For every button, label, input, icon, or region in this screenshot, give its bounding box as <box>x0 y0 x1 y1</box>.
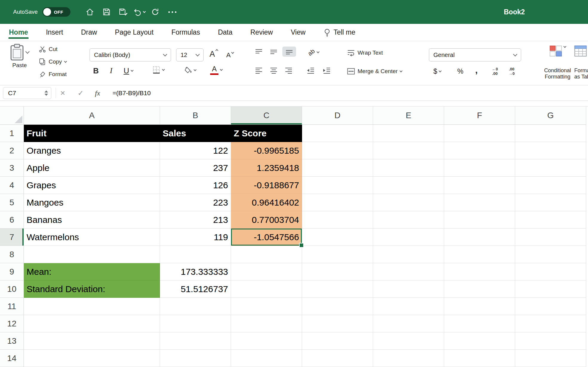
cell-D13[interactable] <box>302 332 373 350</box>
percent-button[interactable]: % <box>457 67 463 75</box>
cell-F4[interactable] <box>444 177 515 194</box>
underline-button[interactable]: U <box>124 66 133 75</box>
cell-D8[interactable] <box>302 246 373 263</box>
save-as-icon[interactable] <box>116 5 130 19</box>
cell-G4[interactable] <box>515 177 586 194</box>
tab-data[interactable]: Data <box>218 24 233 41</box>
decrease-decimal-button[interactable]: .00 →0 <box>509 67 515 76</box>
cell-F11[interactable] <box>444 298 515 315</box>
cell-C7[interactable]: -1.0547566 <box>231 229 302 246</box>
cell-E2[interactable] <box>373 142 444 159</box>
decrease-indent-button[interactable] <box>306 67 315 75</box>
cell-B5[interactable]: 223 <box>160 194 231 211</box>
italic-button[interactable]: I <box>110 66 113 75</box>
cell-F9[interactable] <box>444 263 515 280</box>
cell-F13[interactable] <box>444 332 515 350</box>
cell-G11[interactable] <box>515 298 586 315</box>
borders-button[interactable] <box>152 66 164 74</box>
cell-E3[interactable] <box>373 159 444 177</box>
cell-A10[interactable]: Standard Deviation: <box>24 280 160 298</box>
cell-G6[interactable] <box>515 211 586 229</box>
cell-F3[interactable] <box>444 159 515 177</box>
cell-A5[interactable]: Mangoes <box>24 194 160 211</box>
cell-B12[interactable] <box>160 315 231 332</box>
font-color-button[interactable]: A <box>210 65 222 75</box>
copy-button[interactable]: Copy <box>39 57 67 66</box>
tab-formulas[interactable]: Formulas <box>171 24 200 41</box>
cell-D3[interactable] <box>302 159 373 177</box>
cell-C11[interactable] <box>231 298 302 315</box>
row-header-4[interactable]: 4 <box>0 177 24 194</box>
cell-G12[interactable] <box>515 315 586 332</box>
row-header-10[interactable]: 10 <box>0 280 24 298</box>
decrease-font-size-button[interactable]: A <box>226 51 234 59</box>
align-left-button[interactable] <box>254 67 263 75</box>
name-box-stepper[interactable] <box>44 90 48 96</box>
cell-B10[interactable]: 51.5126737 <box>160 280 231 298</box>
cell-G10[interactable] <box>515 280 586 298</box>
cell-B2[interactable]: 122 <box>160 142 231 159</box>
cell-F10[interactable] <box>444 280 515 298</box>
cell-D1[interactable] <box>302 125 373 142</box>
cell-C9[interactable] <box>231 263 302 280</box>
tab-view[interactable]: View <box>291 24 305 41</box>
cell-F6[interactable] <box>444 211 515 229</box>
cell-B1[interactable]: Sales <box>160 125 231 142</box>
cell-D2[interactable] <box>302 142 373 159</box>
cell-G3[interactable] <box>515 159 586 177</box>
cell-C12[interactable] <box>231 315 302 332</box>
cell-B4[interactable]: 126 <box>160 177 231 194</box>
merge-center-button[interactable]: Merge & Center <box>347 67 402 75</box>
redo-icon[interactable] <box>148 5 162 19</box>
cell-D7[interactable] <box>302 229 373 246</box>
cell-A6[interactable]: Bananas <box>24 211 160 229</box>
tab-page-layout[interactable]: Page Layout <box>115 24 153 41</box>
select-all-corner[interactable] <box>0 107 24 125</box>
tab-insert[interactable]: Insert <box>46 24 63 41</box>
row-header-11[interactable]: 11 <box>0 298 24 315</box>
cell-C8[interactable] <box>231 246 302 263</box>
increase-font-size-button[interactable]: A <box>210 50 218 59</box>
row-header-5[interactable]: 5 <box>0 194 24 211</box>
cell-B11[interactable] <box>160 298 231 315</box>
cell-D4[interactable] <box>302 177 373 194</box>
cell-B6[interactable]: 213 <box>160 211 231 229</box>
column-header-E[interactable]: E <box>373 107 444 125</box>
paste-button[interactable]: Paste <box>10 44 29 69</box>
row-header-9[interactable]: 9 <box>0 263 24 280</box>
insert-function-icon[interactable]: fx <box>95 89 100 97</box>
cell-C3[interactable]: 1.2359418 <box>231 159 302 177</box>
font-name-select[interactable]: Calibri (Body) <box>90 48 171 61</box>
cell-A14[interactable] <box>24 350 160 367</box>
autosave-toggle[interactable]: OFF <box>42 7 70 17</box>
cancel-icon[interactable]: × <box>60 88 65 98</box>
cell-F5[interactable] <box>444 194 515 211</box>
cell-B3[interactable]: 237 <box>160 159 231 177</box>
column-header-A[interactable]: A <box>24 107 160 125</box>
cell-C4[interactable]: -0.9188677 <box>231 177 302 194</box>
align-right-button[interactable] <box>284 67 293 75</box>
cell-A1[interactable]: Fruit <box>24 125 160 142</box>
fill-color-button[interactable] <box>184 66 196 74</box>
tab-tell-me[interactable]: Tell me <box>324 24 355 41</box>
cut-button[interactable]: Cut <box>39 45 67 54</box>
cell-E1[interactable] <box>373 125 444 142</box>
cell-A3[interactable]: Apple <box>24 159 160 177</box>
more-commands-icon[interactable] <box>167 11 177 13</box>
cell-A7[interactable]: Watermelons <box>24 229 160 246</box>
tab-review[interactable]: Review <box>250 24 273 41</box>
orientation-button[interactable]: ab <box>308 49 319 56</box>
tab-draw[interactable]: Draw <box>81 24 97 41</box>
column-header-C[interactable]: C <box>231 107 302 125</box>
cell-D12[interactable] <box>302 315 373 332</box>
bold-button[interactable]: B <box>93 66 99 75</box>
cell-E9[interactable] <box>373 263 444 280</box>
row-header-3[interactable]: 3 <box>0 159 24 177</box>
cell-F2[interactable] <box>444 142 515 159</box>
row-header-14[interactable]: 14 <box>0 350 24 367</box>
cell-G7[interactable] <box>515 229 586 246</box>
name-box[interactable]: C7 <box>3 87 51 99</box>
enter-icon[interactable]: ✓ <box>78 89 84 97</box>
format-painter-button[interactable]: Format <box>39 70 67 79</box>
cell-E13[interactable] <box>373 332 444 350</box>
